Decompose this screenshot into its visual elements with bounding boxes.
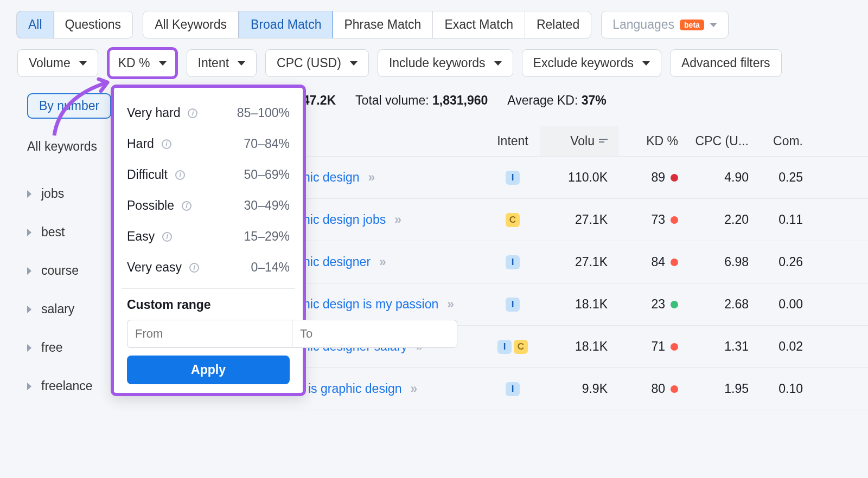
content-area: keywords: 247.2K Total volume: 1,831,960… bbox=[236, 93, 868, 410]
apply-button[interactable]: Apply bbox=[127, 356, 290, 384]
kd-option-label: Hard bbox=[127, 137, 154, 151]
intent-cell: I bbox=[486, 171, 540, 185]
filter-bar: Volume KD % Intent CPC (USD) Include key… bbox=[16, 49, 868, 77]
intent-badge-i: I bbox=[506, 298, 520, 312]
double-chevron-icon[interactable]: » bbox=[368, 170, 374, 185]
cpc-cell: 1.31 bbox=[678, 339, 749, 354]
intent-cell: I bbox=[486, 298, 540, 312]
double-chevron-icon[interactable]: » bbox=[447, 297, 452, 312]
info-icon[interactable]: i bbox=[162, 232, 172, 242]
volume-cell: 18.1K bbox=[540, 339, 618, 354]
info-icon[interactable]: i bbox=[188, 108, 197, 118]
tab-questions[interactable]: Questions bbox=[54, 11, 133, 38]
sidebar-item-label: course bbox=[41, 263, 79, 278]
com-cell: 0.25 bbox=[749, 170, 808, 185]
col-cpc[interactable]: CPC (U... bbox=[678, 134, 749, 148]
double-chevron-icon[interactable]: » bbox=[411, 382, 416, 396]
chevron-right-icon bbox=[27, 229, 31, 236]
stats-kd-label: Average KD: bbox=[507, 93, 578, 107]
sidebar-item-label: free bbox=[41, 340, 63, 355]
tab-group-questions: All Questions bbox=[16, 11, 133, 38]
table-row: + what is graphic design » I 9.9K 80 1.9… bbox=[236, 368, 868, 410]
table-header: Keyword Intent Volu KD % CPC (U... Com. bbox=[236, 126, 868, 157]
tab-phrase-match[interactable]: Phrase Match bbox=[333, 11, 433, 38]
kd-cell: 84 bbox=[618, 255, 678, 269]
col-kd[interactable]: KD % bbox=[618, 134, 678, 148]
kd-dot-icon bbox=[671, 301, 678, 308]
info-icon[interactable]: i bbox=[175, 170, 185, 180]
stats-kd-value: 37% bbox=[582, 93, 607, 107]
kd-option-range: 50–69% bbox=[244, 167, 290, 182]
chevron-right-icon bbox=[27, 190, 31, 198]
col-volume[interactable]: Volu bbox=[540, 126, 618, 156]
table-row: + graphic designer » I 27.1K 84 6.98 0.2… bbox=[236, 241, 868, 283]
sidebar-item-label: best bbox=[41, 225, 65, 240]
info-icon[interactable]: i bbox=[189, 263, 199, 273]
tab-broad-match[interactable]: Broad Match bbox=[239, 11, 333, 38]
double-chevron-icon[interactable]: » bbox=[379, 255, 385, 269]
kd-option-very-easy[interactable]: Very easyi0–14% bbox=[119, 252, 297, 283]
cpc-cell: 6.98 bbox=[678, 255, 749, 269]
chevron-right-icon bbox=[27, 344, 31, 352]
intent-badge-i: I bbox=[497, 340, 512, 354]
kd-option-label: Easy bbox=[127, 229, 155, 244]
cpc-cell: 1.95 bbox=[678, 382, 749, 396]
info-icon[interactable]: i bbox=[182, 201, 192, 211]
kd-option-possible[interactable]: Possiblei30–49% bbox=[119, 190, 297, 221]
intent-badge-i: I bbox=[506, 171, 520, 185]
chevron-down-icon bbox=[350, 61, 358, 66]
tab-languages: Languages beta bbox=[602, 11, 728, 38]
tab-group-languages[interactable]: Languages beta bbox=[601, 11, 729, 38]
col-intent[interactable]: Intent bbox=[486, 134, 540, 148]
kd-option-range: 0–14% bbox=[251, 260, 290, 275]
volume-cell: 27.1K bbox=[540, 212, 618, 227]
kd-option-easy[interactable]: Easyi15–29% bbox=[119, 221, 297, 252]
tab-all[interactable]: All bbox=[16, 11, 54, 38]
kd-option-hard[interactable]: Hardi70–84% bbox=[119, 128, 297, 159]
intent-cell: C bbox=[486, 213, 540, 227]
kd-option-label: Possible bbox=[127, 198, 174, 213]
range-to-input[interactable] bbox=[292, 320, 457, 348]
kd-option-difficult[interactable]: Difficulti50–69% bbox=[119, 159, 297, 190]
kd-option-label: Very hard bbox=[127, 106, 180, 120]
cpc-cell: 4.90 bbox=[678, 170, 749, 185]
filter-cpc[interactable]: CPC (USD) bbox=[265, 49, 369, 77]
top-tab-bar: All Questions All Keywords Broad Match P… bbox=[16, 11, 868, 38]
intent-cell: IC bbox=[486, 340, 540, 354]
kd-option-range: 85–100% bbox=[237, 106, 290, 120]
intent-badge-i: I bbox=[506, 255, 520, 269]
filter-kd[interactable]: KD % bbox=[107, 47, 178, 79]
kd-cell: 73 bbox=[618, 212, 678, 227]
chevron-down-icon bbox=[79, 61, 87, 66]
filter-volume[interactable]: Volume bbox=[17, 49, 98, 77]
filter-include[interactable]: Include keywords bbox=[378, 49, 513, 77]
tab-group-match: All Keywords Broad Match Phrase Match Ex… bbox=[143, 11, 591, 38]
filter-intent[interactable]: Intent bbox=[187, 49, 257, 77]
beta-badge: beta bbox=[680, 20, 704, 30]
tab-related[interactable]: Related bbox=[525, 11, 591, 38]
kd-option-very-hard[interactable]: Very hardi85–100% bbox=[119, 98, 297, 128]
volume-cell: 27.1K bbox=[540, 255, 618, 269]
languages-label: Languages bbox=[612, 17, 674, 32]
tab-exact-match[interactable]: Exact Match bbox=[433, 11, 525, 38]
by-number-toggle[interactable]: By number bbox=[27, 93, 111, 119]
info-icon[interactable]: i bbox=[162, 139, 171, 149]
sidebar-item-label: salary bbox=[41, 302, 74, 316]
intent-badge-c: C bbox=[506, 213, 520, 227]
chevron-down-icon bbox=[642, 61, 650, 66]
filter-exclude[interactable]: Exclude keywords bbox=[522, 49, 661, 77]
kd-option-range: 70–84% bbox=[244, 137, 290, 151]
range-from-input[interactable] bbox=[127, 320, 292, 348]
filter-advanced[interactable]: Advanced filters bbox=[670, 49, 782, 77]
cpc-cell: 2.20 bbox=[678, 212, 749, 227]
stats-volume-label: Total volume: bbox=[355, 93, 429, 107]
sidebar-item-label: jobs bbox=[41, 186, 64, 201]
com-cell: 0.26 bbox=[749, 255, 808, 269]
kd-dropdown: Very hardi85–100%Hardi70–84%Difficulti50… bbox=[111, 85, 306, 396]
tab-all-keywords[interactable]: All Keywords bbox=[143, 11, 239, 38]
col-com[interactable]: Com. bbox=[749, 134, 808, 148]
double-chevron-icon[interactable]: » bbox=[394, 212, 400, 227]
com-cell: 0.11 bbox=[749, 212, 808, 227]
sort-icon bbox=[599, 139, 608, 144]
kd-option-label: Very easy bbox=[127, 260, 182, 275]
